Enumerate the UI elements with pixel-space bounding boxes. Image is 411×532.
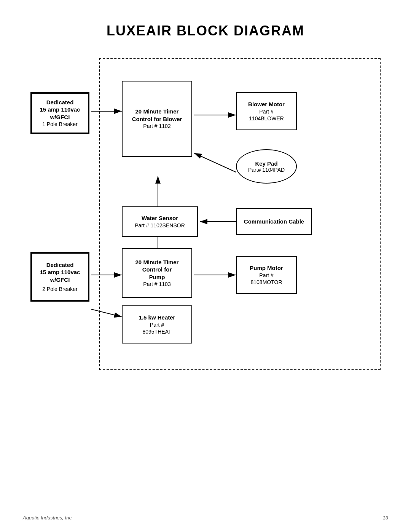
heater-line2: Part # xyxy=(150,321,164,328)
comm-cable-line1: Communication Cable xyxy=(244,218,304,225)
pump-motor-line3: 8108MOTOR xyxy=(251,279,282,286)
timer-pump-line1: 20 Minute Timer xyxy=(135,259,179,266)
timer-pump-line4: Part # 1103 xyxy=(143,281,170,288)
timer-blower-block: 20 Minute Timer Control for Blower Part … xyxy=(122,81,192,157)
diagram-area: Dedicated 15 amp 110vac w/GFCI 1 Pole Br… xyxy=(30,58,381,382)
dedicated1-line4: 1 Pole Breaker xyxy=(42,121,78,128)
dedicated1-line3: w/GFCI xyxy=(50,113,70,121)
page: LUXEAIR BLOCK DIAGRAM xyxy=(0,0,411,532)
pump-motor-line2: Part # xyxy=(259,272,273,279)
blower-motor-line3: 1104BLOWER xyxy=(249,115,284,122)
blower-motor-block: Blower Motor Part # 1104BLOWER xyxy=(236,92,297,130)
pump-motor-block: Pump Motor Part # 8108MOTOR xyxy=(236,256,297,294)
water-sensor-line1: Water Sensor xyxy=(142,214,178,222)
pump-motor-line1: Pump Motor xyxy=(250,264,283,272)
footer-right: 13 xyxy=(383,515,388,521)
dedicated1-line2: 15 amp 110vac xyxy=(40,106,80,113)
dedicated2-block: Dedicated 15 amp 110vac w/GFCI 2 Pole Br… xyxy=(30,252,89,302)
timer-pump-line3: Pump xyxy=(149,273,165,281)
timer-blower-line2: Control for Blower xyxy=(132,115,182,123)
dedicated2-line3: w/GFCI xyxy=(50,276,70,284)
timer-pump-line2: Control for xyxy=(142,266,172,273)
water-sensor-block: Water Sensor Part # 1102SENSOR xyxy=(122,206,198,237)
blower-motor-line2: Part # xyxy=(259,108,273,115)
dedicated2-line2: 15 amp 110vac xyxy=(40,268,80,276)
keypad-line1: Key Pad xyxy=(255,160,277,167)
heater-block: 1.5 kw Heater Part # 8095THEAT xyxy=(122,305,192,343)
footer: Aquatic Industries, Inc. 13 xyxy=(23,515,388,521)
footer-left: Aquatic Industries, Inc. xyxy=(23,515,73,521)
water-sensor-line2: Part # 1102SENSOR xyxy=(135,222,185,229)
blower-motor-line1: Blower Motor xyxy=(248,101,285,108)
keypad-line2: Part# 1104PAD xyxy=(248,167,285,173)
dedicated1-block: Dedicated 15 amp 110vac w/GFCI 1 Pole Br… xyxy=(30,92,89,134)
dedicated1-line1: Dedicated xyxy=(46,99,74,106)
page-title: LUXEAIR BLOCK DIAGRAM xyxy=(23,23,388,39)
heater-line1: 1.5 kw Heater xyxy=(139,314,175,321)
keypad-block: Key Pad Part# 1104PAD xyxy=(236,149,297,184)
dedicated2-line4: 2 Pole Breaker xyxy=(42,286,78,292)
heater-line3: 8095THEAT xyxy=(143,328,172,335)
timer-blower-line3: Part # 1102 xyxy=(143,123,170,129)
timer-blower-line1: 20 Minute Timer xyxy=(135,108,179,115)
dedicated2-line1: Dedicated xyxy=(46,261,74,269)
timer-pump-block: 20 Minute Timer Control for Pump Part # … xyxy=(122,248,192,298)
comm-cable-block: Communication Cable xyxy=(236,208,312,235)
